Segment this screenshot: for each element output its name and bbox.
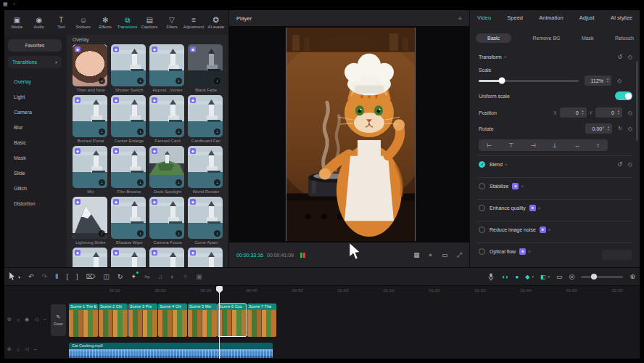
nav-item-adjustment[interactable]: ≡Adjustment bbox=[183, 17, 205, 29]
nav-item-filters[interactable]: ▽Filters bbox=[161, 17, 183, 29]
snap-preview-icon[interactable]: ⌖ bbox=[429, 251, 432, 259]
reduce-image-noise-checkbox[interactable] bbox=[479, 227, 485, 233]
transition-item[interactable]: ◆↓Hypnot...Vortex bbox=[149, 44, 186, 92]
sidebar-item-glitch[interactable]: Glitch bbox=[4, 181, 67, 196]
nav-item-stickers[interactable]: ☺Stickers bbox=[73, 17, 95, 29]
mirror-preview-icon[interactable]: ▭ bbox=[442, 251, 447, 259]
transition-thumb-10[interactable]: ◆↓ bbox=[111, 146, 146, 188]
optical-flow-checkbox[interactable] bbox=[479, 248, 485, 255]
transition-item[interactable]: ◆↓ bbox=[188, 248, 224, 267]
nav-item-text[interactable]: TText bbox=[50, 17, 73, 29]
scale-stepper[interactable]: ▲▼ bbox=[606, 78, 609, 83]
tab-adjust[interactable]: Adjust bbox=[579, 15, 595, 21]
transition-thumb-11[interactable]: ◆↓ bbox=[149, 146, 184, 188]
redo-icon[interactable]: ↷ bbox=[42, 273, 48, 280]
y-stepper[interactable]: ▲▼ bbox=[617, 110, 620, 115]
video-track-control-icon[interactable]: − bbox=[44, 317, 46, 322]
cover-button[interactable]: ✎ Cover bbox=[51, 304, 66, 336]
nav-item-ai-avatar[interactable]: ✪AI avatar bbox=[205, 17, 228, 29]
scale-value-box[interactable]: 112% ▲▼ bbox=[585, 76, 611, 86]
video-track-control-icon[interactable]: ◁ bbox=[34, 317, 38, 322]
transition-item[interactable]: ◆↓Shutter Switch bbox=[111, 44, 147, 92]
video-track-control-icon[interactable]: ○ bbox=[17, 317, 20, 322]
stabilize-checkbox[interactable] bbox=[479, 183, 485, 189]
preview-quality-icon[interactable]: ▭ bbox=[556, 273, 563, 280]
scale-keyframe-icon[interactable]: ◇ bbox=[617, 78, 622, 84]
extract-audio-icon[interactable]: ♫ bbox=[157, 273, 162, 280]
blend-keyframe-icon[interactable]: ◇ bbox=[628, 161, 632, 168]
snap-toggle-icon[interactable]: ◖◗ bbox=[502, 274, 509, 280]
split-icon[interactable]: Ⅱ bbox=[55, 273, 58, 280]
x-stepper[interactable]: ▲▼ bbox=[582, 110, 585, 115]
video-preview[interactable] bbox=[286, 28, 416, 241]
timeline-clip-3[interactable]: Scene 3 Pre bbox=[128, 303, 157, 337]
sidebar-item-overlay[interactable]: Overlay bbox=[4, 74, 67, 89]
freeze-frame-icon[interactable]: ◫ bbox=[103, 273, 110, 280]
subtab-basic[interactable]: Basic bbox=[476, 33, 511, 43]
nav-item-audio[interactable]: ◉Audio bbox=[28, 17, 51, 29]
sidebar-item-mask[interactable]: Mask bbox=[4, 150, 67, 166]
transition-thumb-9[interactable]: ◆↓ bbox=[73, 146, 107, 188]
ratio-icon[interactable]: ▦ bbox=[413, 251, 419, 259]
position-x-box[interactable]: 0 ▲▼ bbox=[560, 107, 587, 118]
tab-video[interactable]: Video bbox=[477, 15, 491, 21]
delete-left-icon[interactable]: [ bbox=[67, 273, 69, 280]
select-dropdown-icon[interactable]: ▾ bbox=[18, 274, 20, 280]
align-bottom-icon[interactable]: ⊥ bbox=[552, 142, 557, 149]
nav-item-media[interactable]: ▣Media bbox=[6, 17, 28, 29]
transition-thumb-2[interactable]: ◆↓ bbox=[111, 44, 146, 86]
transition-thumb-13[interactable]: ◆↓ bbox=[73, 197, 107, 239]
smart-edit-icon[interactable]: ✦ bbox=[131, 273, 136, 280]
sidebar-item-slide[interactable]: Slide bbox=[4, 166, 67, 181]
link-toggle-icon[interactable]: ● bbox=[515, 274, 519, 280]
category-dropdown[interactable]: Transitions ▾ bbox=[8, 56, 62, 68]
preview-stage[interactable] bbox=[229, 26, 469, 242]
sidebar-item-basic[interactable]: Basic bbox=[4, 135, 67, 150]
beauty-icon[interactable]: ✧ bbox=[183, 273, 189, 280]
graph-tool-icon[interactable]: ◧▾ bbox=[540, 274, 550, 280]
rotate-value-box[interactable]: 0.00° ▲▼ bbox=[585, 123, 612, 134]
voiceover-mic-icon[interactable] bbox=[488, 273, 494, 281]
audio-track-control-icon[interactable]: ◁ bbox=[25, 346, 28, 352]
sidebar-item-light[interactable]: Light bbox=[4, 89, 67, 105]
mirror-icon[interactable]: ⇋ bbox=[144, 273, 150, 280]
delete-right-icon[interactable]: ] bbox=[76, 273, 78, 280]
transition-item[interactable]: ◆↓World Render bbox=[188, 146, 224, 194]
align-left-icon[interactable]: ⊢ bbox=[487, 142, 492, 149]
select-tool-icon[interactable] bbox=[9, 272, 15, 281]
nav-item-captions[interactable]: ▤Captions bbox=[139, 17, 161, 29]
fullscreen-icon[interactable]: ⤢ bbox=[457, 251, 462, 259]
timeline-clip-6[interactable]: Scene 6 Cou bbox=[218, 303, 247, 337]
rotate-dial-icon[interactable]: ↻ bbox=[618, 126, 622, 131]
sidebar-item-camera[interactable]: Camera bbox=[4, 105, 67, 120]
align-center-h-icon[interactable]: ↔ bbox=[574, 142, 579, 149]
transition-thumb-1[interactable]: ◆↓ bbox=[73, 44, 107, 86]
transition-thumb-15[interactable]: ◆↓ bbox=[149, 197, 184, 239]
transition-item[interactable]: ◆↓Black Fade bbox=[188, 44, 224, 92]
subtab-remove-bg[interactable]: Remove BG bbox=[532, 36, 560, 41]
transition-thumb-14[interactable]: ◆↓ bbox=[111, 197, 146, 239]
playhead-handle[interactable] bbox=[216, 286, 223, 293]
position-y-box[interactable]: 0 ▲▼ bbox=[595, 107, 622, 118]
subtab-retouch[interactable]: Retouch bbox=[615, 36, 634, 41]
reverse-icon[interactable]: ↻ bbox=[117, 273, 123, 280]
align-top-icon[interactable]: ⊤ bbox=[508, 142, 513, 149]
transition-item[interactable]: ◆↓Deck Spotlight bbox=[149, 146, 186, 194]
nav-item-effects[interactable]: ✻Effects bbox=[94, 17, 117, 29]
timeline-clip-5[interactable]: Scene 5 Mix bbox=[188, 303, 217, 337]
transition-item[interactable]: ◆↓Fanned Card bbox=[149, 95, 186, 143]
optical-flow-mode-box[interactable] bbox=[602, 250, 632, 260]
transition-thumb-4[interactable]: ◆↓ bbox=[188, 44, 223, 86]
reset-icon[interactable]: ↺ bbox=[617, 54, 622, 60]
uniform-scale-toggle[interactable] bbox=[615, 91, 632, 100]
transition-thumb-3[interactable]: ◆↓ bbox=[149, 44, 184, 86]
delete-icon[interactable]: ⌦ bbox=[86, 273, 96, 280]
transition-item[interactable]: ◆↓Film Browse bbox=[111, 146, 147, 194]
transition-item[interactable]: ◆↓Lightning Strike bbox=[73, 197, 109, 245]
nav-item-transitions[interactable]: ⧉Transitions bbox=[117, 17, 139, 29]
transition-item[interactable]: ◆↓Mix bbox=[73, 146, 109, 194]
scale-slider[interactable] bbox=[479, 80, 579, 82]
transition-thumb-20[interactable]: ◆↓ bbox=[188, 248, 223, 267]
video-track-control-icon[interactable]: ⊘ bbox=[7, 317, 12, 322]
tab-speed[interactable]: Speed bbox=[507, 15, 523, 21]
